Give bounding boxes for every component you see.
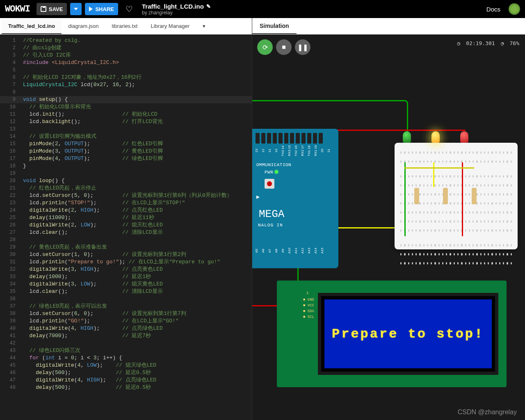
lcd-text: Prepare to stop!: [332, 326, 484, 342]
board-pwr-label: PWR: [265, 170, 273, 175]
chevron-down-icon: [74, 8, 78, 10]
watermark: CSDN @zhangrelay: [458, 409, 517, 416]
code-editor[interactable]: 1//Created by cslg.2// 由cslg创建3// 引入LCD …: [0, 34, 252, 420]
tab-menu[interactable]: ▾: [196, 19, 212, 34]
dropdown-button[interactable]: [70, 3, 82, 15]
breadboard[interactable]: [395, 143, 518, 249]
board-analog-label: NALOG IN: [258, 223, 334, 228]
tab-library-manager[interactable]: Library Manager: [144, 19, 196, 34]
sim-controls: ⟳ ■ ❚❚: [257, 39, 310, 55]
share-button[interactable]: SHARE: [85, 3, 118, 15]
tab-traffic[interactable]: Traffic_led_lcd.ino: [2, 19, 62, 34]
lcd-pin-labels: ■ GND■ VCC■ SDA■ SCL: [303, 297, 314, 320]
arduino-board[interactable]: 13121110TX3 14RX3 15TX2 16RX2 17TX1 18RX…: [252, 129, 338, 268]
like-icon[interactable]: ♡: [126, 4, 133, 14]
sim-stats: ◷02:19.301 ◔76%: [457, 40, 519, 46]
reset-button[interactable]: [265, 179, 274, 189]
bb-wire-yellow-h: [404, 167, 474, 169]
project-author[interactable]: by zhangrelay: [142, 10, 211, 16]
tab-simulation[interactable]: Simulation: [252, 18, 297, 34]
project-title-block: Traffic_light_LCD.ino ✎ by zhangrelay: [142, 3, 211, 16]
resistor-2: [443, 188, 448, 204]
editor-tabs: Traffic_led_lcd.ino diagram.json librari…: [0, 18, 252, 34]
top-bar: WOKWI SAVE SHARE ♡ Traffic_light_LCD.ino…: [0, 0, 525, 18]
stop-button[interactable]: ■: [276, 39, 292, 55]
speed-icon: ◔: [501, 40, 504, 46]
resistor-1: [414, 188, 419, 204]
restart-button[interactable]: ⟳: [257, 39, 273, 55]
logo[interactable]: WOKWI: [5, 4, 30, 14]
sim-perf: 76%: [510, 40, 519, 46]
share-icon: [89, 7, 93, 11]
lcd-pin-num: 1: [306, 291, 308, 295]
main-area: Traffic_led_lcd.ino diagram.json librari…: [0, 18, 525, 420]
project-title[interactable]: Traffic_light_LCD.ino: [142, 3, 204, 10]
led-yellow: [431, 131, 440, 143]
bb-wire-green: [404, 162, 406, 236]
simulation-pane: Simulation ⟳ ■ ❚❚ ◷02:19.301 ◔76% 131211…: [252, 18, 525, 420]
led-green: [403, 131, 411, 143]
sim-tabs: Simulation: [252, 18, 525, 34]
resistor-3: [472, 188, 477, 204]
board-comm-label: OMMUNICATION: [256, 162, 334, 167]
tab-diagram[interactable]: diagram.json: [62, 19, 105, 34]
led-red: [460, 131, 468, 143]
power-led-icon: [275, 170, 278, 173]
simulation-canvas[interactable]: ⟳ ■ ❚❚ ◷02:19.301 ◔76% 13121110TX3 14RX3…: [252, 34, 525, 420]
stopwatch-icon: ◷: [457, 40, 460, 46]
board-name: MEGA: [259, 208, 334, 220]
avatar[interactable]: [509, 3, 520, 15]
save-button[interactable]: SAVE: [37, 3, 67, 15]
save-icon: [41, 6, 46, 12]
lcd-module[interactable]: 1 ■ GND■ VCC■ SDA■ SCL Prepare to stop!: [277, 281, 507, 387]
edit-icon[interactable]: ✎: [206, 3, 211, 9]
tab-libraries[interactable]: libraries.txt: [105, 19, 144, 34]
pause-button[interactable]: ❚❚: [295, 39, 310, 55]
bb-wire-red: [462, 162, 463, 236]
lcd-screen: Prepare to stop!: [318, 293, 498, 375]
bb-wire-yellow: [433, 162, 434, 187]
docs-link[interactable]: Docs: [486, 6, 500, 13]
sim-time: 02:19.301: [466, 40, 495, 46]
editor-pane: Traffic_led_lcd.ino diagram.json librari…: [0, 18, 252, 420]
